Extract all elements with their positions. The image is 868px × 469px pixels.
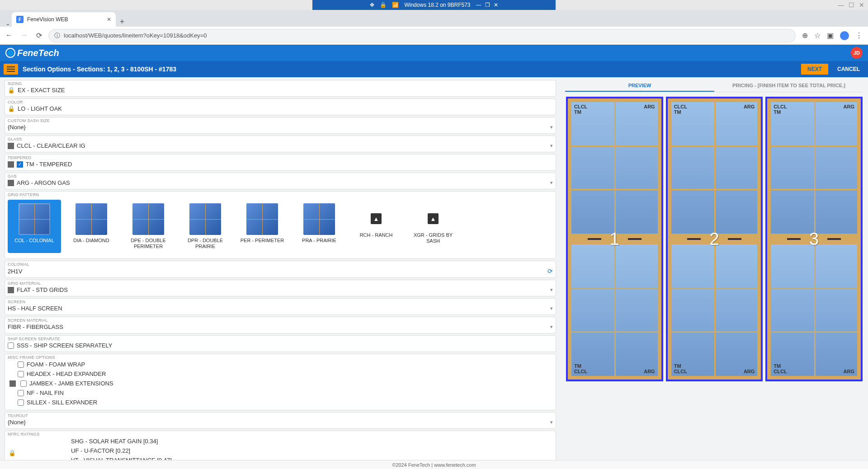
cancel-button[interactable]: CANCEL [833, 64, 864, 75]
page-title: Section Options - Sections: 1, 2, 3 - 81… [23, 66, 176, 73]
os-title: Windows 18.2 on 9BRF573 [404, 2, 470, 8]
field-grid-pattern: GRID PATTERN COL - COLONIALDIA - DIAMOND… [5, 191, 556, 259]
field-colonial[interactable]: COLONIAL 2H1V ⟳ [5, 261, 556, 278]
grid-pattern-tile[interactable]: PER - PERIMETER [236, 200, 289, 253]
tile-label: DIA - DIAMOND [73, 238, 109, 244]
field-nfrc: NFRC RATINGS 🔒 SHG - SOLAR HEAT GAIN [0.… [5, 431, 556, 460]
grid-pattern-tile[interactable]: ▲XGR - GRIDS BY SASH [406, 200, 460, 253]
lock-icon[interactable]: 🔒 [8, 87, 15, 94]
inner-restore-icon[interactable]: ❐ [485, 2, 490, 8]
grid-pattern-tile[interactable]: DPE - DOUBLE PERIMETER [122, 200, 175, 253]
brand-logo[interactable]: 🌐 FeneTech [5, 48, 59, 58]
lock-icon[interactable]: 🔒 [8, 105, 15, 112]
os-lock-icon[interactable]: 🔒 [380, 2, 387, 8]
tile-label: DPR - DOUBLE PRAIRIE [180, 238, 230, 249]
layers-icon [8, 143, 14, 149]
field-sizing: SIZING 🔒 EX - EXACT SIZE [5, 80, 556, 97]
tab-close-icon[interactable]: ✕ [107, 16, 111, 23]
grid-pattern-tile[interactable]: ▲RCH - RANCH [349, 200, 403, 253]
headex-checkbox[interactable] [18, 371, 24, 377]
glass-label: CLCLTM [774, 104, 787, 115]
refresh-icon[interactable]: ⟳ [547, 267, 553, 275]
field-screen-material[interactable]: SCREEN MATERIAL FIBR - FIBERGLASS [5, 317, 556, 333]
field-color: COLOR 🔒 LO - LIGHT OAK [5, 98, 556, 115]
profile-icon[interactable] [840, 31, 849, 40]
tab-pricing[interactable]: PRICING - [FINISH ITEM TO SEE TOTAL PRIC… [714, 80, 863, 92]
gas-label: ARG [844, 104, 854, 109]
field-grid-material[interactable]: GRID MATERIAL FLAT - STD GRIDS [5, 280, 556, 296]
field-glass[interactable]: GLASS CLCL - CLEAR/CLEAR IG [5, 136, 556, 152]
field-misc-frame: MISC FRAME OPTIONS FOAM - FOAM WRAP HEAD… [5, 354, 556, 410]
new-tab-button[interactable]: + [116, 17, 128, 27]
lock-icon[interactable]: 🔒 [9, 450, 16, 456]
site-info-icon[interactable]: ⓘ [54, 32, 60, 40]
reload-icon[interactable]: ⟳ [36, 31, 42, 40]
sillex-checkbox[interactable] [18, 399, 24, 406]
glass-label: CLCLTM [674, 104, 687, 115]
pattern-swatch [19, 203, 50, 235]
image-placeholder-icon: ▲ [371, 213, 382, 224]
window-sash: CLCLTMARG [670, 100, 760, 235]
unit-number: 3 [809, 230, 819, 249]
ship-screen-checkbox[interactable] [8, 342, 14, 349]
window-maximize-icon[interactable]: ☐ [849, 1, 854, 9]
grid-pattern-tile[interactable]: PRA - PRAIRIE [292, 200, 346, 253]
zoom-icon[interactable]: ⊕ [802, 31, 808, 40]
pattern-swatch [132, 203, 164, 235]
pattern-swatch [189, 203, 221, 235]
inner-min-icon[interactable]: — [476, 2, 481, 8]
window-minimize-icon[interactable]: — [838, 1, 844, 9]
address-bar[interactable]: ⓘ [48, 29, 796, 42]
layers-icon [9, 380, 16, 387]
footer: ©2024 FeneTech | www.fenetech.com [0, 460, 868, 469]
inner-close-icon[interactable]: ✕ [494, 2, 498, 8]
browser-tab[interactable]: F FeneVision WEB ✕ [12, 12, 116, 27]
forward-icon[interactable]: → [21, 31, 28, 40]
hamburger-menu-button[interactable] [4, 64, 18, 75]
field-tearout[interactable]: TEAROUT {None} [5, 412, 556, 429]
bookmark-icon[interactable]: ☆ [814, 31, 821, 40]
url-input[interactable] [64, 32, 790, 39]
tab-preview[interactable]: PREVIEW [565, 80, 714, 92]
options-panel: SIZING 🔒 EX - EXACT SIZE COLOR 🔒 LO - LI… [0, 77, 561, 460]
glass-label: TMCLCL [574, 363, 587, 374]
field-custom-sash[interactable]: CUSTOM SASH SIZE {None} [5, 117, 556, 134]
window-unit: CLCLTMARGTMCLCLARG2 [666, 97, 763, 381]
page-toolbar: Section Options - Sections: 1, 2, 3 - 81… [0, 61, 868, 77]
field-tempered[interactable]: TEMPERED ✓ TM - TEMPERED [5, 154, 556, 171]
glass-label: TMCLCL [774, 363, 787, 374]
grid-pattern-tile[interactable]: DIA - DIAMOND [65, 200, 118, 253]
tile-label: DPE - DOUBLE PERIMETER [123, 238, 173, 249]
window-sash: CLCLTMARG [570, 100, 660, 235]
gas-label: ARG [744, 104, 755, 109]
user-avatar[interactable]: JD [851, 47, 863, 59]
os-move-icon[interactable]: ✥ [370, 2, 374, 8]
window-sash: TMCLCLARG [570, 243, 660, 378]
app-header: 🌐 FeneTech JD [0, 45, 868, 61]
menu-kebab-icon[interactable]: ⋮ [855, 31, 863, 40]
foam-checkbox[interactable] [18, 361, 24, 368]
nf-checkbox[interactable] [18, 390, 24, 396]
field-screen[interactable]: SCREEN HS - HALF SCREEN [5, 298, 556, 315]
window-unit: CLCLTMARGTMCLCLARG1 [566, 97, 663, 381]
glass-label: CLCLTM [574, 104, 587, 115]
grid-pattern-tile[interactable]: DPR - DOUBLE PRAIRIE [179, 200, 232, 253]
field-gas[interactable]: GAS ARG - ARGON GAS [5, 173, 556, 189]
grid-pattern-tile[interactable]: COL - COLONIAL [8, 200, 61, 253]
pattern-swatch [75, 203, 107, 235]
window-sash: TMCLCLARG [769, 243, 859, 378]
extensions-icon[interactable]: ▣ [827, 31, 834, 40]
tab-list-dropdown[interactable]: ⌄ [4, 20, 12, 27]
pattern-swatch [303, 203, 335, 235]
checkbox-checked-icon[interactable]: ✓ [17, 161, 23, 168]
back-icon[interactable]: ← [5, 31, 13, 40]
window-close-icon[interactable]: ✕ [859, 1, 864, 9]
next-button[interactable]: NEXT [801, 64, 828, 75]
window-sash: CLCLTMARG [769, 100, 859, 235]
field-ship-screen[interactable]: SHIP SCREEN SEPARATE SSS - SHIP SCREEN S… [5, 335, 556, 352]
jambex-checkbox[interactable] [20, 380, 27, 387]
window-sash: TMCLCLARG [670, 243, 760, 378]
os-signal-icon[interactable]: 📶 [392, 2, 399, 8]
browser-tab-strip: ⌄ F FeneVision WEB ✕ + [0, 10, 868, 27]
tile-label: RCH - RANCH [360, 232, 393, 238]
